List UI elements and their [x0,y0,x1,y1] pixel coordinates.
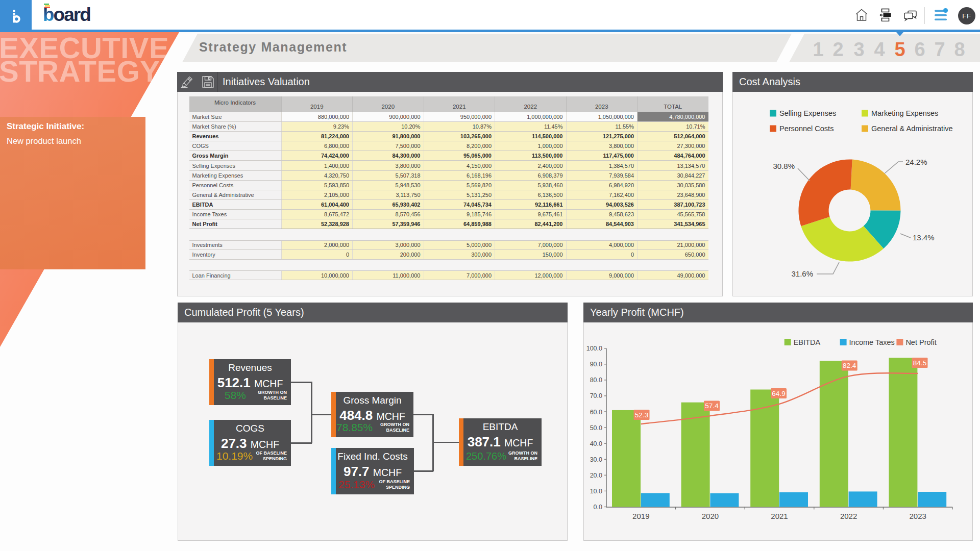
svg-text:31.6%: 31.6% [791,269,813,278]
svg-text:2021: 2021 [771,512,788,520]
svg-text:40.0: 40.0 [590,440,602,447]
svg-text:Income Taxes: Income Taxes [849,338,895,346]
svg-text:Marketing Expenses: Marketing Expenses [871,109,938,117]
svg-text:Personnel Costs: Personnel Costs [779,124,834,133]
svg-text:Selling Expenses: Selling Expenses [779,109,836,117]
svg-text:EBITDA: EBITDA [794,338,821,346]
svg-text:2022: 2022 [840,512,857,520]
svg-text:20.0: 20.0 [590,472,602,479]
svg-text:30.0: 30.0 [590,456,602,463]
svg-text:80.0: 80.0 [590,377,602,384]
svg-text:84.5: 84.5 [913,359,926,367]
svg-text:100.0: 100.0 [586,345,602,352]
svg-text:60.0: 60.0 [590,409,602,416]
svg-text:2020: 2020 [702,512,719,520]
svg-text:General & Administrative: General & Administrative [871,124,953,133]
svg-text:52.3: 52.3 [635,411,648,419]
svg-text:Net Profit: Net Profit [905,338,936,346]
svg-text:24.2%: 24.2% [905,158,927,166]
svg-text:90.0: 90.0 [590,361,602,368]
svg-text:82.4: 82.4 [843,362,856,369]
svg-text:57.4: 57.4 [705,402,719,410]
svg-text:50.0: 50.0 [590,424,602,432]
svg-text:2023: 2023 [910,512,926,520]
svg-text:2019: 2019 [632,512,649,520]
svg-text:30.8%: 30.8% [773,162,795,170]
svg-text:10.0: 10.0 [590,488,602,495]
svg-text:70.0: 70.0 [590,392,602,399]
svg-text:64.9: 64.9 [772,390,785,397]
svg-text:0.0: 0.0 [594,504,602,511]
svg-text:13.4%: 13.4% [913,233,935,242]
